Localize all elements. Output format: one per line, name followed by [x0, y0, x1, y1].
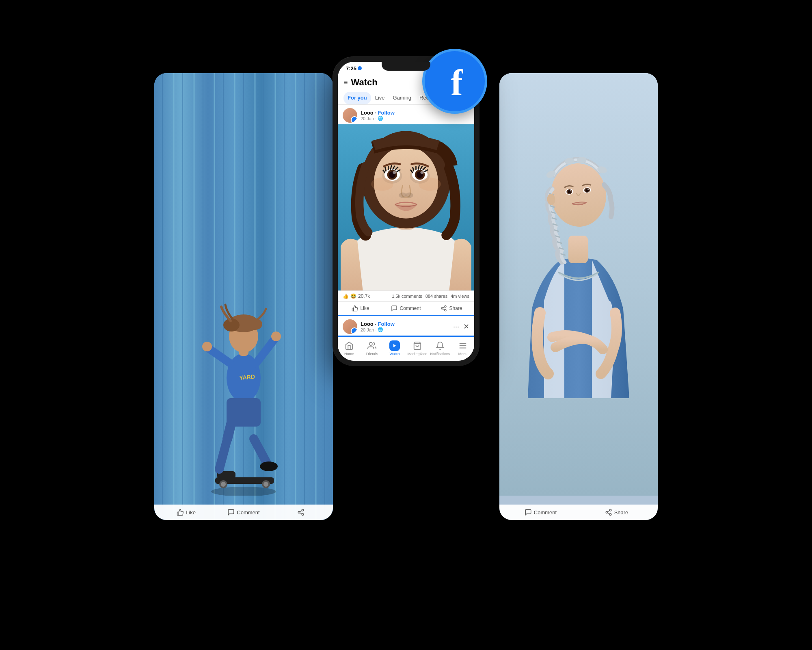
- right-comment-label: Comment: [534, 509, 557, 516]
- svg-rect-30: [227, 398, 261, 427]
- watch-nav-label: Watch: [389, 352, 400, 356]
- svg-point-43: [302, 514, 304, 516]
- reaction-laugh-emoji: 😂: [350, 293, 356, 299]
- share-icon: [441, 305, 447, 312]
- post2-header: Looo · Follow 20 Jan · 🌐 ···: [338, 315, 474, 336]
- post2-actions: ··· ✕: [453, 322, 469, 331]
- home-icon: [344, 340, 354, 351]
- svg-point-94: [420, 171, 423, 174]
- video-content: [338, 124, 474, 290]
- svg-point-99: [445, 306, 446, 307]
- svg-point-73: [609, 509, 611, 511]
- right-share-label: Share: [614, 509, 628, 516]
- svg-point-74: [606, 511, 608, 514]
- hamburger-icon[interactable]: ≡: [343, 79, 348, 86]
- svg-line-25: [254, 439, 268, 465]
- left-comment-label: Comment: [237, 509, 259, 516]
- share-icon-right: [605, 509, 612, 516]
- globe-icon-2: 🌐: [378, 327, 383, 332]
- svg-text:YARD: YARD: [239, 373, 255, 381]
- left-share-button[interactable]: [272, 509, 330, 516]
- svg-line-44: [300, 513, 302, 514]
- header-title-row: ≡ Watch: [343, 77, 378, 88]
- post2-avatar: [343, 319, 357, 334]
- like-button[interactable]: Like: [338, 303, 383, 314]
- fb-letter: f: [451, 65, 463, 101]
- action-bar: Like Comment Share: [338, 301, 474, 315]
- nav-home[interactable]: Home: [338, 339, 361, 358]
- post1-date: 20 Jan · 🌐: [361, 116, 469, 121]
- tab-gaming[interactable]: Gaming: [389, 92, 416, 104]
- page-title: Watch: [351, 77, 378, 88]
- svg-point-101: [445, 310, 446, 311]
- svg-point-39: [248, 318, 262, 330]
- marketplace-nav-label: Marketplace: [407, 352, 427, 356]
- tab-live[interactable]: Live: [371, 92, 389, 104]
- nav-notifications[interactable]: Notifications: [429, 339, 451, 358]
- share-icon-left: [297, 509, 304, 516]
- skater-figure: YARD: [183, 244, 304, 496]
- close-button[interactable]: ✕: [463, 322, 469, 331]
- nav-friends[interactable]: Friends: [361, 339, 383, 358]
- more-options-icon[interactable]: ···: [453, 323, 459, 331]
- svg-line-76: [607, 513, 609, 514]
- reactions-right: 1.5k comments 884 shares 4m views: [392, 294, 469, 299]
- svg-line-102: [443, 309, 445, 310]
- tab-for-you[interactable]: For you: [343, 92, 371, 104]
- svg-line-31: [256, 337, 276, 364]
- home-nav-label: Home: [344, 352, 354, 356]
- notifications-nav-label: Notifications: [430, 352, 450, 356]
- svg-point-95: [399, 193, 406, 198]
- friends-nav-label: Friends: [366, 352, 378, 356]
- svg-point-40: [260, 462, 278, 471]
- like-label: Like: [360, 306, 369, 311]
- svg-point-42: [298, 511, 300, 514]
- svg-point-33: [271, 332, 281, 341]
- phone-notch: [382, 62, 430, 71]
- reactions-bar: 👍 😂 20.7k 1.5k comments 884 shares 4m vi…: [338, 290, 474, 301]
- video-thumbnail[interactable]: [338, 124, 474, 290]
- post2-meta: Looo · Follow 20 Jan · 🌐: [361, 321, 453, 332]
- friends-icon: [367, 340, 377, 351]
- notifications-icon: [435, 340, 445, 351]
- views-count: 4m views: [451, 294, 469, 299]
- right-card: Comment Share: [499, 73, 658, 520]
- share-button[interactable]: Share: [429, 303, 474, 314]
- svg-point-97: [371, 178, 393, 191]
- left-like-label: Like: [186, 509, 196, 516]
- nav-menu[interactable]: Menu: [451, 339, 474, 358]
- svg-point-89: [393, 171, 396, 174]
- phone-container: 7:25 4G 🔋 ≡: [333, 41, 479, 593]
- post2-username: Looo · Follow: [361, 321, 453, 327]
- menu-icon: [458, 340, 468, 351]
- svg-point-41: [302, 509, 304, 511]
- svg-point-96: [406, 193, 413, 198]
- svg-line-45: [300, 511, 302, 512]
- svg-line-103: [443, 307, 445, 308]
- fb-status-dot: [358, 66, 362, 70]
- thumb-up-icon: [177, 509, 184, 516]
- left-like-button[interactable]: Like: [158, 509, 215, 516]
- watch-icon: [389, 340, 400, 351]
- shares-count: 884 shares: [425, 294, 447, 299]
- left-card-action-bar: Like Comment: [154, 505, 333, 520]
- left-card: YARD: [154, 73, 333, 520]
- feed: Looo · Follow 20 Jan · 🌐: [338, 105, 474, 337]
- svg-point-98: [419, 178, 441, 191]
- svg-point-23: [263, 482, 268, 487]
- svg-marker-105: [393, 344, 396, 347]
- svg-point-34: [202, 342, 212, 351]
- share-label: Share: [449, 306, 462, 311]
- post2-follow-button[interactable]: Follow: [378, 321, 395, 327]
- comment-button[interactable]: Comment: [383, 303, 429, 314]
- svg-point-21: [221, 482, 226, 487]
- right-share-button[interactable]: Share: [579, 509, 654, 516]
- nav-marketplace[interactable]: Marketplace: [406, 339, 429, 358]
- facebook-badge: f: [422, 49, 487, 114]
- reactions-count: 20.7k: [358, 293, 370, 299]
- left-comment-button[interactable]: Comment: [215, 509, 272, 516]
- right-comment-button[interactable]: Comment: [503, 509, 579, 516]
- nav-watch[interactable]: Watch: [383, 339, 406, 358]
- post1-follow-button[interactable]: Follow: [378, 110, 395, 116]
- marketplace-icon: [412, 340, 423, 351]
